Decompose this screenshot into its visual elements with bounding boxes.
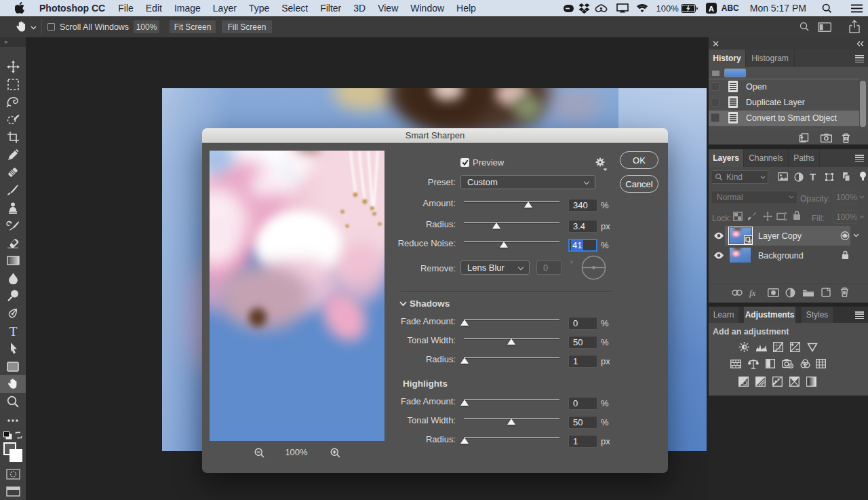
svg-text:fx: fx [749,288,756,298]
svg-text:T: T [9,326,17,337]
svg-text:A: A [709,5,714,13]
